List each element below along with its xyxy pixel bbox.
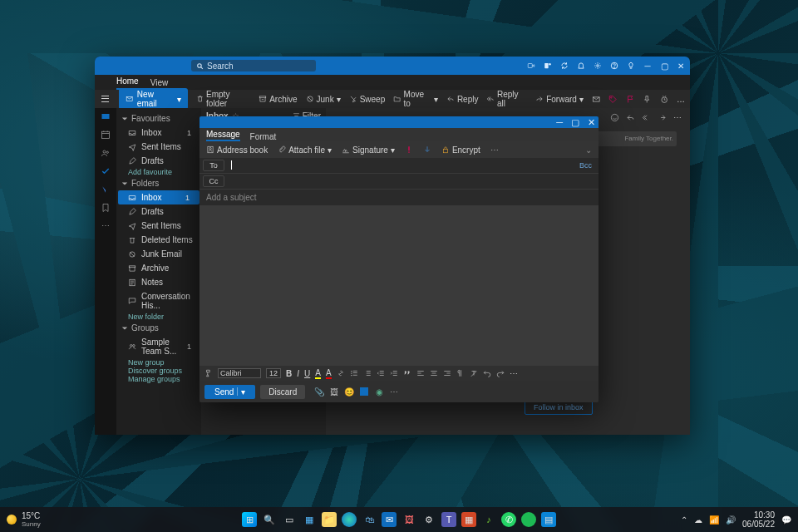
folder-notes[interactable]: Notes	[116, 275, 201, 289]
minimize-button[interactable]: ─	[556, 118, 563, 127]
to-input[interactable]	[228, 160, 579, 171]
calendar-icon[interactable]	[101, 130, 111, 140]
tray-chevron-icon[interactable]: ⌃	[681, 515, 687, 525]
picture-icon[interactable]: 🖼	[330, 387, 338, 396]
mail-icon[interactable]: ✉	[382, 512, 397, 527]
more-icon[interactable]: ⋯	[673, 113, 682, 122]
importance-low-icon[interactable]	[423, 145, 431, 154]
maximize-button[interactable]: ▢	[571, 118, 579, 127]
more-icon[interactable]: ⋯	[490, 145, 499, 155]
archive-button[interactable]: Archive	[259, 95, 297, 104]
tips-icon[interactable]	[627, 62, 635, 70]
group-sample[interactable]: Sample Team S...1	[116, 335, 201, 358]
folder-deleted[interactable]: Deleted Items	[116, 233, 201, 247]
forward-button[interactable]: Forward▾	[535, 95, 584, 104]
attach-icon[interactable]: 📎	[315, 387, 323, 396]
junk-button[interactable]: Junk▾	[306, 95, 341, 104]
discard-button[interactable]: Discard	[260, 385, 305, 399]
chevron-down-icon[interactable]: ▾	[241, 387, 245, 397]
new-group[interactable]: New group	[116, 358, 201, 367]
gear-icon[interactable]	[594, 62, 602, 70]
redo-icon[interactable]	[496, 369, 505, 377]
align-left-icon[interactable]	[416, 369, 425, 377]
app-icon[interactable]: ▦	[461, 512, 476, 527]
help-icon[interactable]	[610, 62, 618, 70]
discover-groups[interactable]: Discover groups	[116, 367, 201, 375]
emoji-icon[interactable]	[610, 113, 619, 122]
reply-all-button[interactable]: Reply all	[486, 90, 527, 108]
link-icon[interactable]	[337, 369, 345, 377]
expand-ribbon-icon[interactable]: ⌄	[585, 145, 592, 155]
folder-archive[interactable]: Archive	[116, 261, 201, 275]
check-icon[interactable]	[101, 166, 111, 176]
color-swatch[interactable]	[360, 387, 368, 396]
encrypt-button[interactable]: Encrypt	[441, 145, 480, 155]
more-icon[interactable]: ⋯	[510, 369, 518, 378]
fav-drafts[interactable]: Drafts	[116, 154, 201, 168]
notifications-icon[interactable]: 💬	[781, 515, 791, 525]
tab-format[interactable]: Format	[250, 132, 277, 141]
align-center-icon[interactable]	[430, 369, 438, 377]
folder-conversation[interactable]: Conversation His...	[116, 289, 201, 313]
address-book-button[interactable]: Address book	[206, 145, 268, 155]
emoji-icon[interactable]: 😊	[345, 387, 353, 396]
italic-button[interactable]: I	[297, 369, 299, 378]
undo-icon[interactable]	[483, 369, 491, 377]
close-button[interactable]: ✕	[588, 118, 595, 127]
clear-format-icon[interactable]	[470, 369, 478, 377]
loop-icon[interactable]: ◉	[375, 387, 383, 396]
quote-icon[interactable]	[403, 369, 411, 377]
message-body-editor[interactable]	[200, 206, 598, 366]
highlight-button[interactable]: A	[315, 368, 321, 379]
cloud-icon[interactable]: ☁	[694, 515, 702, 525]
flag-icon[interactable]	[626, 95, 634, 104]
favourites-header[interactable]: Favourites	[116, 111, 201, 126]
snooze-icon[interactable]	[660, 95, 668, 104]
search-button[interactable]: 🔍	[262, 512, 277, 527]
tab-message[interactable]: Message	[206, 130, 240, 141]
signature-button[interactable]: Signature▾	[342, 145, 395, 155]
number-list-icon[interactable]	[363, 369, 372, 377]
store-icon[interactable]: 🛍	[362, 512, 377, 527]
wifi-icon[interactable]: 📶	[709, 515, 719, 525]
app-icon[interactable]: ♪	[481, 512, 496, 527]
teams-icon[interactable]	[544, 62, 552, 70]
mail-icon[interactable]	[101, 111, 111, 121]
clock[interactable]: 10:30 06/05/22	[742, 510, 775, 529]
new-folder[interactable]: New folder	[116, 313, 201, 321]
bullet-list-icon[interactable]	[350, 369, 358, 377]
reply-icon[interactable]	[626, 113, 635, 122]
read-unread-icon[interactable]	[592, 95, 600, 104]
teams-icon[interactable]: T	[441, 512, 456, 527]
pin-icon[interactable]	[643, 95, 651, 104]
fav-inbox[interactable]: Inbox1	[116, 126, 201, 140]
yammer-icon[interactable]	[101, 185, 111, 195]
reply-all-icon[interactable]	[642, 113, 651, 122]
task-view-button[interactable]: ▭	[282, 512, 297, 527]
empty-folder-button[interactable]: Empty folder	[196, 90, 251, 108]
cc-button[interactable]: Cc	[203, 175, 224, 187]
start-button[interactable]: ⊞	[242, 512, 257, 527]
folders-header[interactable]: Folders	[116, 176, 201, 190]
tag-icon[interactable]	[608, 95, 617, 104]
folder-inbox[interactable]: Inbox1	[118, 190, 200, 204]
bell-icon[interactable]	[577, 62, 585, 70]
bold-button[interactable]: B	[286, 369, 292, 378]
photos-icon[interactable]: 🖼	[401, 512, 416, 527]
spotify-icon[interactable]	[521, 512, 536, 527]
send-button[interactable]: Send▾	[204, 385, 255, 399]
move-to-button[interactable]: Move to▾	[393, 90, 438, 108]
app-icon[interactable]: ▤	[541, 512, 556, 527]
font-family-input[interactable]	[218, 368, 261, 378]
more-icon[interactable]: ⋯	[390, 387, 398, 396]
widgets-button[interactable]: ▦	[302, 512, 317, 527]
groups-header[interactable]: Groups	[116, 321, 201, 335]
folder-junk[interactable]: Junk Email	[116, 247, 201, 261]
indent-icon[interactable]	[390, 369, 398, 377]
font-size-input[interactable]	[266, 368, 281, 378]
manage-groups[interactable]: Manage groups	[116, 375, 201, 383]
subject-input[interactable]: Add a subject	[200, 190, 598, 206]
hamburger-icon[interactable]	[100, 93, 111, 105]
explorer-icon[interactable]: 📁	[322, 512, 337, 527]
format-painter-icon[interactable]	[204, 369, 213, 377]
